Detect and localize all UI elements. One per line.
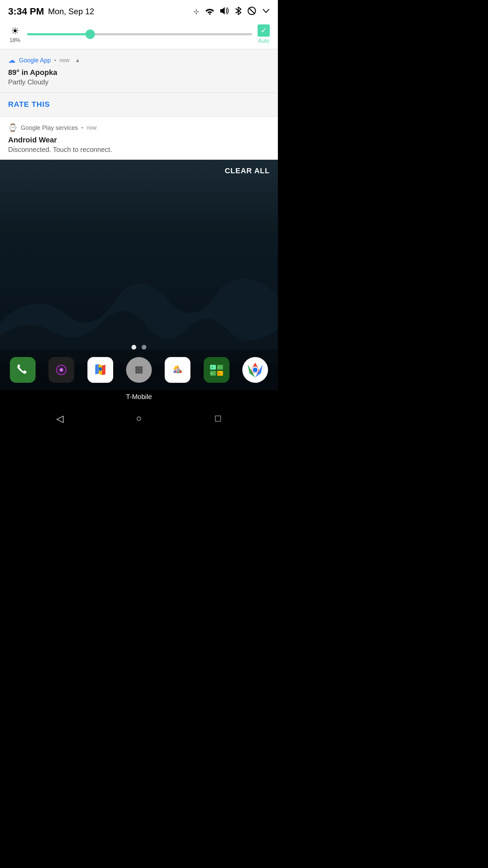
svg-point-16 (138, 371, 140, 374)
svg-text:≡: ≡ (211, 372, 213, 375)
svg-line-3 (249, 8, 255, 14)
svg-point-32 (253, 368, 258, 372)
svg-point-19 (174, 370, 176, 373)
status-icons: ⊹ (194, 6, 270, 17)
wear-notif-time: now (87, 125, 97, 131)
svg-point-10 (138, 366, 140, 369)
dock-app-task-changer[interactable]: # ✓ ≡ ✎ (204, 357, 229, 383)
brightness-icon: ☀ (11, 25, 19, 37)
notif-header-wear: ⌚ Google Play services • now (8, 123, 270, 132)
google-cloud-icon: ☁ (8, 56, 16, 65)
dock-app-phone[interactable] (10, 357, 36, 383)
notifications-panel: ☁ Google App • now ▲ 89° in Apopka Partl… (0, 49, 278, 160)
google-notif-time: now (60, 57, 69, 63)
wear-app-name: Google Play services (21, 124, 78, 132)
back-button[interactable]: ◁ (50, 408, 70, 429)
google-notif-expand-icon[interactable]: ▲ (75, 57, 80, 63)
svg-text:#: # (211, 366, 213, 369)
recents-button[interactable]: □ (208, 408, 228, 429)
google-notif-body: Partly Cloudy (8, 78, 270, 86)
status-bar: 3:34 PM Mon, Sep 12 ⊹ (0, 0, 278, 20)
svg-point-21 (176, 366, 179, 368)
page-dot-2[interactable] (142, 345, 146, 350)
brightness-slider[interactable] (27, 33, 252, 35)
svg-point-9 (135, 366, 138, 369)
home-button[interactable]: ○ (129, 408, 149, 429)
google-notif-title: 89° in Apopka (8, 68, 270, 77)
navigation-bar: ◁ ○ □ (0, 403, 278, 433)
status-date: Mon, Sep 12 (48, 7, 94, 16)
notif-header-google: ☁ Google App • now ▲ (8, 56, 270, 65)
brightness-percent: 18% (9, 37, 20, 43)
volume-icon (220, 7, 229, 16)
svg-point-11 (140, 366, 143, 369)
bluetooth-icon (235, 6, 241, 17)
brightness-control: ☀ 18% ✓ Auto (0, 20, 278, 49)
resize-icon: ⊹ (194, 7, 199, 16)
watch-icon: ⌚ (8, 123, 17, 132)
svg-marker-1 (220, 7, 225, 15)
dock-app-launcher[interactable] (126, 357, 152, 383)
google-app-notification[interactable]: ☁ Google App • now ▲ 89° in Apopka Partl… (0, 49, 278, 93)
svg-point-12 (135, 369, 138, 371)
dock-app-photos[interactable] (165, 357, 190, 383)
svg-point-20 (179, 370, 182, 373)
clear-all-button[interactable]: CLEAR ALL (225, 166, 270, 175)
svg-text:✓: ✓ (218, 366, 220, 369)
auto-checkbox-check: ✓ (258, 24, 270, 37)
blocked-icon (247, 6, 256, 17)
auto-label: Auto (258, 38, 269, 44)
wifi-icon (205, 7, 214, 16)
wallpaper-area: CLEAR ALL (0, 160, 278, 390)
google-app-name: Google App (19, 57, 51, 64)
wear-notif-body: Disconnected. Touch to reconnect. (8, 146, 270, 154)
brightness-slider-thumb[interactable] (85, 29, 95, 39)
svg-point-0 (209, 14, 211, 15)
svg-point-17 (140, 371, 143, 374)
rate-this-section[interactable]: RATE THIS (0, 93, 278, 117)
status-time: 3:34 PM (8, 6, 44, 17)
page-dots (131, 345, 146, 350)
svg-point-13 (138, 369, 140, 371)
svg-point-6 (60, 369, 63, 371)
carrier-label: T-Mobile (0, 390, 278, 403)
brightness-slider-fill (27, 33, 90, 35)
svg-point-15 (135, 371, 138, 374)
svg-point-14 (140, 369, 143, 371)
svg-text:✎: ✎ (218, 372, 220, 375)
wear-notif-title: Android Wear (8, 136, 270, 144)
rate-this-label[interactable]: RATE THIS (8, 100, 50, 108)
app-dock: # ✓ ≡ ✎ (0, 350, 278, 390)
auto-brightness-toggle[interactable]: ✓ Auto (258, 24, 270, 44)
chevron-down-icon (262, 8, 270, 15)
dock-app-maps[interactable] (87, 357, 113, 383)
page-dot-1[interactable] (131, 345, 136, 350)
dock-app-chrome[interactable] (242, 357, 268, 383)
android-wear-notification[interactable]: ⌚ Google Play services • now Android Wea… (0, 117, 278, 160)
dock-app-camera[interactable] (48, 357, 74, 383)
